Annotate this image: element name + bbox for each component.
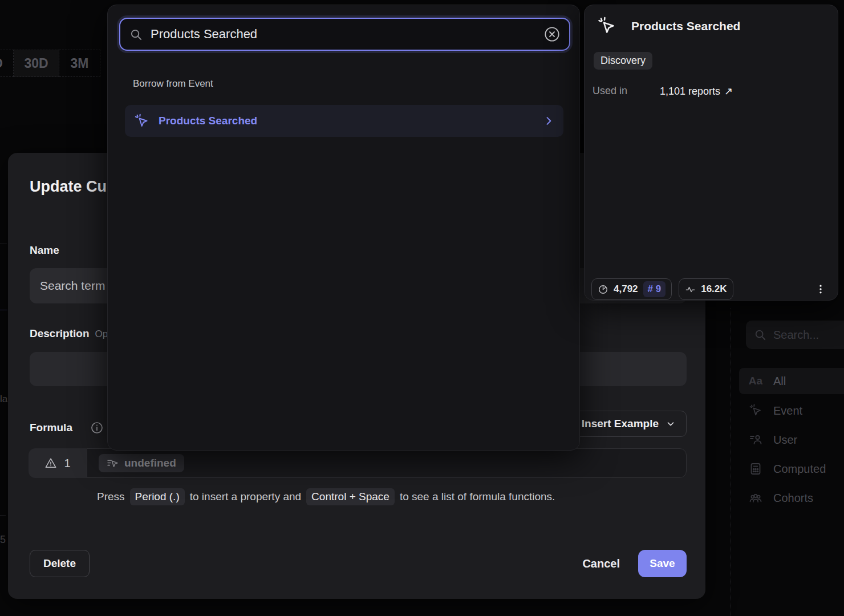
used-in-row: Used in 1,101 reports ↗ xyxy=(593,85,733,98)
pie-chart-icon xyxy=(598,284,608,295)
borrow-from-event-header: Borrow from Event xyxy=(133,78,213,90)
sidebar-item-event: Event xyxy=(739,398,844,424)
event-result-row[interactable]: Products Searched xyxy=(125,105,563,137)
formula-input[interactable]: undefined xyxy=(87,448,687,478)
panel-divider xyxy=(731,308,731,616)
time-range-3m: 3M xyxy=(59,50,100,77)
more-options-button[interactable] xyxy=(810,278,831,300)
warning-icon xyxy=(44,457,57,469)
chevron-right-icon xyxy=(543,115,554,127)
chevron-down-icon xyxy=(666,419,676,429)
event-icon xyxy=(748,403,763,418)
save-button[interactable]: Save xyxy=(638,550,687,577)
error-count: 1 xyxy=(64,457,70,470)
detail-stats-row: 4,792 # 9 16.2K xyxy=(591,278,733,300)
sidebar-item-computed: Computed xyxy=(739,456,844,482)
clear-search-button[interactable] xyxy=(544,26,560,42)
insert-example-button[interactable]: Insert Example xyxy=(571,411,687,437)
formula-token-chip[interactable]: undefined xyxy=(99,454,184,472)
modal-title: Update Cu xyxy=(30,178,107,196)
close-circle-icon xyxy=(544,26,560,42)
detail-header: Products Searched xyxy=(597,17,740,36)
search-icon xyxy=(754,329,766,341)
chart-axis-fragment: 5 xyxy=(0,534,6,546)
sidebar-item-label: Cohorts xyxy=(773,492,813,505)
delete-button[interactable]: Delete xyxy=(30,550,90,577)
time-range-7d: D xyxy=(0,50,14,77)
volume-pill[interactable]: 16.2K xyxy=(679,278,733,300)
event-count-value: 4,792 xyxy=(614,283,638,295)
search-icon xyxy=(129,28,143,41)
sidebar-item-cohorts: Cohorts xyxy=(739,485,844,511)
kbd-control-space: Control + Space xyxy=(306,488,395,505)
event-result-label: Products Searched xyxy=(159,115,534,127)
detail-title: Products Searched xyxy=(631,19,740,33)
formula-editor-row: 1 undefined xyxy=(29,448,687,478)
event-count-pill[interactable]: 4,792 # 9 xyxy=(591,278,672,300)
description-label-text: Description xyxy=(30,327,90,339)
kebab-menu-icon xyxy=(815,283,826,295)
user-icon xyxy=(748,432,763,447)
event-detail-panel: Products Searched Discovery Used in 1,10… xyxy=(584,5,838,301)
used-in-label: Used in xyxy=(593,85,660,98)
text-type-icon: Aa xyxy=(748,374,763,388)
hint-text: Press xyxy=(97,491,125,503)
sidebar-search-input xyxy=(746,321,844,349)
event-icon xyxy=(134,114,149,129)
sidebar-item-user: User xyxy=(739,427,844,453)
sidebar-item-label: Event xyxy=(773,404,802,418)
used-in-reports-link[interactable]: 1,101 reports ↗ xyxy=(660,85,733,98)
activity-icon xyxy=(685,284,696,295)
category-badge: Discovery xyxy=(594,52,652,70)
event-icon xyxy=(597,17,616,36)
formula-token-label: undefined xyxy=(124,457,176,469)
formula-error-counter[interactable]: 1 xyxy=(29,448,87,478)
volume-value: 16.2K xyxy=(701,283,727,295)
kbd-period: Period (.) xyxy=(130,488,185,505)
app-screen: D 30D 3M la 5 Aa All Event User xyxy=(0,0,844,616)
chart-gridline xyxy=(0,515,6,516)
event-search-box xyxy=(119,18,570,51)
used-in-value: 1,101 reports xyxy=(660,86,720,98)
formula-hint: Press Period (.) to insert a property an… xyxy=(97,488,555,505)
time-range-30d: 30D xyxy=(14,50,59,77)
external-link-icon: ↗ xyxy=(724,85,733,98)
name-label: Name xyxy=(30,244,59,257)
event-search-field[interactable] xyxy=(151,27,536,42)
time-range-segmented-control: D 30D 3M xyxy=(0,50,100,77)
event-search-overlay: Borrow from Event Products Searched xyxy=(107,5,580,451)
insert-example-label: Insert Example xyxy=(582,418,659,430)
sidebar-item-label: Computed xyxy=(773,463,826,476)
info-icon[interactable] xyxy=(90,421,104,435)
rank-badge: # 9 xyxy=(643,281,666,297)
sidebar-search-field xyxy=(773,329,842,342)
computed-icon xyxy=(748,461,763,476)
property-type-sidebar: Aa All Event User Computed Cohorts xyxy=(739,317,844,616)
formula-label: Formula xyxy=(30,422,72,434)
chart-gridline xyxy=(0,244,7,244)
sidebar-item-label: User xyxy=(773,433,797,447)
sidebar-item-label: All xyxy=(773,375,786,388)
property-token-icon xyxy=(107,459,119,468)
cancel-button[interactable]: Cancel xyxy=(582,550,620,577)
chart-axis-fragment: la xyxy=(0,394,7,405)
sidebar-item-all: Aa All xyxy=(739,368,844,394)
hint-text: to see a list of formula functions. xyxy=(400,491,555,503)
cohorts-icon xyxy=(748,491,763,505)
hint-text: to insert a property and xyxy=(190,491,301,503)
chart-series-line xyxy=(0,310,7,310)
